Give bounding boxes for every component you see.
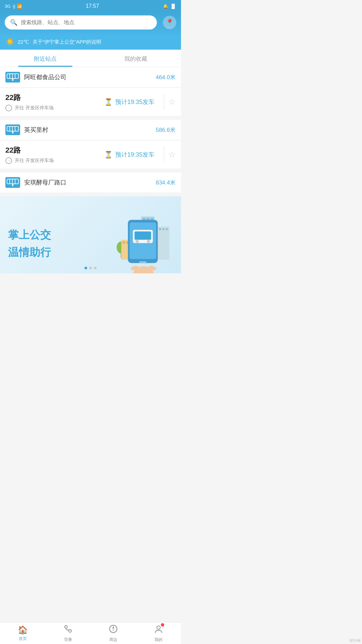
banner-illustration [81,196,181,273]
stop-header-2[interactable]: 英买里村 586.6米 [0,120,181,140]
route-status-1: ⏳ 预计19:35发车 [104,98,155,106]
bus-stop-svg [7,73,19,81]
favorite-button-1[interactable]: ☆ [168,97,176,107]
temperature: 22℃ [18,39,29,45]
svg-rect-10 [15,127,18,131]
direction-icon-1: → [5,105,12,111]
svg-rect-7 [7,127,9,131]
route-direction-2: → 开往 开发区停车场 [5,157,104,164]
tab-row: 附近站点 我的收藏 [0,50,181,67]
banner-title-line1: 掌上公交 [8,228,51,243]
status-right: 🔔 ▐▌ [163,4,176,9]
svg-rect-27 [158,226,170,260]
section-gap-1 [0,116,181,120]
bell-icon: 🔔 [163,4,168,9]
direction-icon-2: → [5,157,12,164]
status-left: 3G ·|| 📶 [5,4,22,9]
divider-1 [164,94,164,110]
bus-stop-icon-2 [5,124,20,135]
dot-1 [84,267,87,269]
search-bar[interactable]: 🔍 [5,15,157,30]
svg-rect-5 [12,79,13,81]
banner-title-line2: 温情助行 [8,245,51,260]
header: 🔍 📍 [0,12,181,34]
svg-rect-4 [15,74,18,78]
svg-rect-41 [134,231,151,240]
route-number-2: 22路 [5,145,104,155]
banner-dots [84,267,97,269]
signal-2g: ·|| [12,4,15,9]
svg-rect-2 [10,74,12,78]
bus-stop-svg-3 [7,179,19,186]
search-icon: 🔍 [10,19,17,26]
stop-header-3[interactable]: 安琪酵母厂路口 834.4米 [0,172,181,193]
svg-rect-36 [123,241,125,244]
svg-rect-30 [166,228,168,230]
favorite-button-2[interactable]: ☆ [168,150,176,159]
stop-distance-1: 464.0米 [156,73,176,81]
route-row-1[interactable]: 22路 → 开往 开发区停车场 ⏳ 预计19:35发车 ☆ [0,88,181,116]
route-info-2: 22路 → 开往 开发区停车场 [5,145,104,164]
status-time: 17:57 [86,3,99,9]
search-input[interactable] [21,19,152,25]
svg-rect-29 [163,228,165,230]
tab-favorites[interactable]: 我的收藏 [90,50,181,67]
stop-name-2: 英买里村 [24,126,156,134]
svg-rect-14 [10,179,12,183]
bottom-nav-spacer [0,273,181,295]
dot-3 [94,267,97,269]
route-number-1: 22路 [5,93,104,103]
svg-rect-1 [7,74,9,78]
hourglass-icon-2: ⏳ [104,151,113,159]
stop-name-1: 阿旺都食品公司 [24,73,156,81]
svg-rect-3 [13,74,15,78]
banner-section: 掌上公交 温情助行 [0,196,181,273]
weather-notice: 关于"伊宁掌上公交"APP的说明 [33,39,102,45]
stop-distance-2: 586.6米 [156,126,176,134]
svg-rect-16 [15,179,18,183]
stop-name-3: 安琪酵母厂路口 [24,178,156,186]
wifi-icon: 📶 [17,4,22,9]
svg-rect-13 [7,179,9,183]
hourglass-icon-1: ⏳ [104,98,113,106]
banner-content: 掌上公交 温情助行 [0,218,59,273]
banner-svg [81,196,181,273]
route-status-2: ⏳ 预计19:35发车 [104,151,155,159]
svg-rect-8 [10,127,12,131]
route-info-1: 22路 → 开往 开发区停车场 [5,93,104,111]
section-gap-2 [0,169,181,172]
section-gap-3 [0,193,181,196]
svg-rect-44 [139,261,146,263]
weather-bar: ☀️ 22℃ 关于"伊宁掌上公交"APP的说明 [0,34,181,50]
status-bar: 3G ·|| 📶 17:57 🔔 ▐▌ [0,0,181,12]
tab-nearby[interactable]: 附近站点 [0,50,90,67]
route-row-2[interactable]: 22路 → 开往 开发区停车场 ⏳ 预计19:35发车 ☆ [0,140,181,169]
dot-2 [89,267,92,269]
svg-rect-9 [13,127,15,131]
bus-stop-icon-1 [5,72,20,83]
battery-icon: ▐▌ [170,4,176,9]
svg-rect-17 [12,184,13,186]
signal-3g: 3G [5,4,10,9]
bus-stop-icon-3 [5,177,20,188]
location-icon: 📍 [166,18,174,26]
divider-2 [164,146,164,163]
route-direction-1: → 开往 开发区停车场 [5,105,104,111]
stop-distance-3: 834.4米 [156,179,176,186]
svg-point-43 [147,240,150,243]
svg-rect-11 [12,131,13,133]
location-button[interactable]: 📍 [163,16,176,29]
stop-header-1[interactable]: 阿旺都食品公司 464.0米 [0,67,181,88]
svg-rect-28 [159,228,161,230]
svg-point-42 [135,240,139,243]
svg-rect-15 [13,179,15,183]
sun-icon: ☀️ [5,38,14,46]
bus-stop-svg-2 [7,126,19,133]
